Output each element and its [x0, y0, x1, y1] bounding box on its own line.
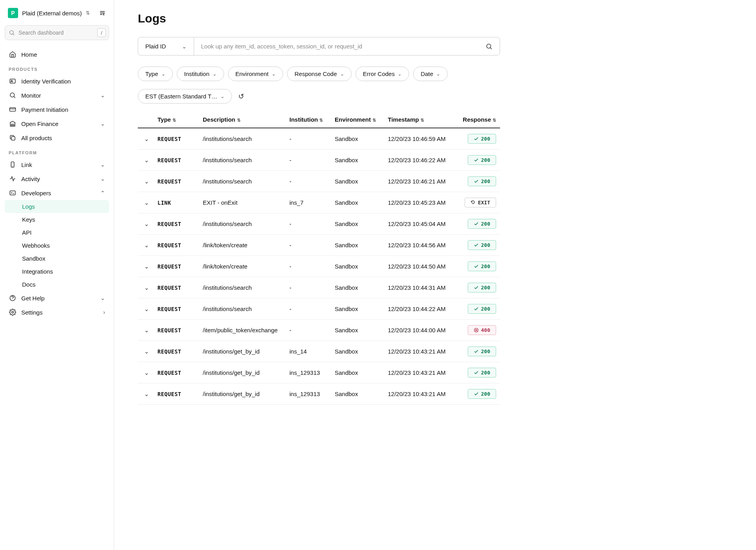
sidebar-item-idv[interactable]: Identity Verification	[5, 74, 109, 88]
col-institution[interactable]: Institution⇅	[289, 116, 335, 123]
filter-response-code[interactable]: Response Code⌄	[287, 67, 352, 81]
gear-icon	[9, 308, 17, 316]
filter-environment[interactable]: Environment⌄	[228, 67, 283, 81]
sidebar-item-label: Link	[21, 161, 32, 168]
sidebar-item-payment[interactable]: Payment Initiation	[5, 102, 109, 117]
filter-institution[interactable]: Institution⌄	[177, 67, 224, 81]
response-badge: 400	[468, 325, 496, 335]
lookup-input[interactable]	[194, 37, 478, 55]
table-row[interactable]: ⌄REQUEST/institutions/get_by_idins_12931…	[138, 383, 500, 405]
sidebar-item-label: Activity	[21, 176, 40, 182]
sidebar-item-label: Monitor	[21, 92, 41, 99]
sidebar-item-openfinance[interactable]: Open Finance ⌄	[5, 117, 109, 131]
sidebar-sub-logs[interactable]: Logs	[5, 200, 109, 213]
expand-row-icon[interactable]: ⌄	[138, 135, 158, 143]
col-environment[interactable]: Environment⇅	[335, 116, 388, 123]
col-response[interactable]: Response⇅	[457, 116, 496, 123]
row-institution: -	[289, 157, 335, 163]
collapse-sidebar-icon[interactable]	[99, 9, 106, 17]
svg-point-3	[10, 31, 13, 34]
table-row[interactable]: ⌄REQUEST/institutions/get_by_idins_12931…	[138, 362, 500, 383]
help-icon	[9, 294, 17, 302]
table-row[interactable]: ⌄REQUEST/institutions/search-Sandbox12/2…	[138, 298, 500, 320]
table-row[interactable]: ⌄REQUEST/institutions/get_by_idins_14San…	[138, 341, 500, 362]
row-institution: ins_129313	[289, 391, 335, 397]
col-timestamp[interactable]: Timestamp⇅	[388, 116, 457, 123]
table-row[interactable]: ⌄REQUEST/institutions/search-Sandbox12/2…	[138, 128, 500, 150]
sidebar-item-settings[interactable]: Settings ›	[5, 305, 109, 319]
row-description: /institutions/search	[203, 306, 289, 312]
sidebar-sub-docs[interactable]: Docs	[5, 278, 109, 291]
filter-error-codes[interactable]: Error Codes⌄	[356, 67, 410, 81]
col-type[interactable]: Type⇅	[158, 116, 203, 123]
expand-row-icon[interactable]: ⌄	[138, 284, 158, 291]
filter-timezone[interactable]: EST (Eastern Standard T…⌄	[138, 89, 232, 104]
filter-date[interactable]: Date⌄	[413, 67, 448, 81]
sidebar-sub-api[interactable]: API	[5, 226, 109, 239]
sidebar-sub-webhooks[interactable]: Webhooks	[5, 239, 109, 252]
sidebar-item-allproducts[interactable]: All products	[5, 131, 109, 145]
table-row[interactable]: ⌄REQUEST/institutions/search-Sandbox12/2…	[138, 277, 500, 298]
sidebar-item-home[interactable]: Home	[5, 47, 109, 61]
lookup-selector[interactable]: Plaid ID ⌄	[138, 37, 194, 55]
response-badge: 200	[468, 219, 496, 229]
row-description: /institutions/search	[203, 135, 289, 142]
sidebar-item-label: Get Help	[21, 295, 44, 302]
table-row[interactable]: ⌄REQUEST/link/token/create-Sandbox12/20/…	[138, 235, 500, 256]
response-badge: 200	[468, 155, 496, 165]
row-type: REQUEST	[158, 370, 181, 376]
row-description: EXIT - onExit	[203, 199, 289, 206]
row-description: /institutions/get_by_id	[203, 369, 289, 376]
table-row[interactable]: ⌄REQUEST/institutions/search-Sandbox12/2…	[138, 213, 500, 235]
row-description: /link/token/create	[203, 242, 289, 248]
expand-row-icon[interactable]: ⌄	[138, 157, 158, 164]
row-institution: ins_14	[289, 348, 335, 355]
sidebar-item-activity[interactable]: Activity ⌄	[5, 172, 109, 186]
table-row[interactable]: ⌄REQUEST/institutions/search-Sandbox12/2…	[138, 171, 500, 192]
row-environment: Sandbox	[335, 135, 388, 142]
search-input[interactable]	[5, 25, 109, 40]
expand-row-icon[interactable]: ⌄	[138, 242, 158, 249]
expand-row-icon[interactable]: ⌄	[138, 327, 158, 334]
search-icon	[9, 30, 15, 36]
table-row[interactable]: ⌄REQUEST/link/token/create-Sandbox12/20/…	[138, 256, 500, 277]
table-row[interactable]: ⌄REQUEST/institutions/search-Sandbox12/2…	[138, 150, 500, 171]
sidebar-item-help[interactable]: Get Help ⌄	[5, 291, 109, 305]
table-row[interactable]: ⌄REQUEST/item/public_token/exchange-Sand…	[138, 320, 500, 341]
row-timestamp: 12/20/23 10:43:21 AM	[388, 348, 457, 355]
reset-filters-icon[interactable]: ↺	[236, 92, 246, 101]
sidebar-item-monitor[interactable]: Monitor ⌄	[5, 88, 109, 102]
sort-icon: ⇅	[319, 118, 323, 122]
expand-row-icon[interactable]: ⌄	[138, 306, 158, 313]
lookup-search-button[interactable]	[478, 37, 500, 55]
logs-table: Type⇅ Description⇅ Institution⇅ Environm…	[138, 111, 500, 405]
response-badge: 200	[468, 389, 496, 399]
table-row[interactable]: ⌄LINKEXIT - onExitins_7Sandbox12/20/23 1…	[138, 192, 500, 213]
sidebar-sub-sandbox[interactable]: Sandbox	[5, 252, 109, 265]
row-timestamp: 12/20/23 10:46:21 AM	[388, 178, 457, 185]
row-timestamp: 12/20/23 10:44:00 AM	[388, 327, 457, 333]
filter-type[interactable]: Type⌄	[138, 67, 173, 81]
org-switcher[interactable]: P Plaid (External demos) ⇅	[5, 6, 109, 20]
sidebar-item-developers[interactable]: Developers ⌃	[5, 186, 109, 200]
chevron-down-icon: ⌄	[182, 43, 187, 50]
expand-row-icon[interactable]: ⌄	[138, 220, 158, 228]
search-icon	[9, 91, 17, 99]
expand-row-icon[interactable]: ⌄	[138, 263, 158, 270]
row-environment: Sandbox	[335, 391, 388, 397]
search-dashboard: /	[5, 25, 109, 40]
row-institution: ins_129313	[289, 369, 335, 376]
expand-row-icon[interactable]: ⌄	[138, 348, 158, 355]
expand-row-icon[interactable]: ⌄	[138, 391, 158, 398]
sidebar-item-link[interactable]: Link ⌄	[5, 157, 109, 172]
sidebar-sub-keys[interactable]: Keys	[5, 213, 109, 226]
col-description[interactable]: Description⇅	[203, 116, 289, 123]
sidebar-sub-integrations[interactable]: Integrations	[5, 265, 109, 278]
bank-icon	[9, 120, 17, 128]
expand-row-icon[interactable]: ⌄	[138, 178, 158, 185]
expand-row-icon[interactable]: ⌄	[138, 199, 158, 206]
row-type: REQUEST	[158, 221, 181, 227]
sort-icon: ⇅	[172, 118, 176, 122]
expand-row-icon[interactable]: ⌄	[138, 369, 158, 376]
slash-shortcut: /	[97, 28, 106, 37]
